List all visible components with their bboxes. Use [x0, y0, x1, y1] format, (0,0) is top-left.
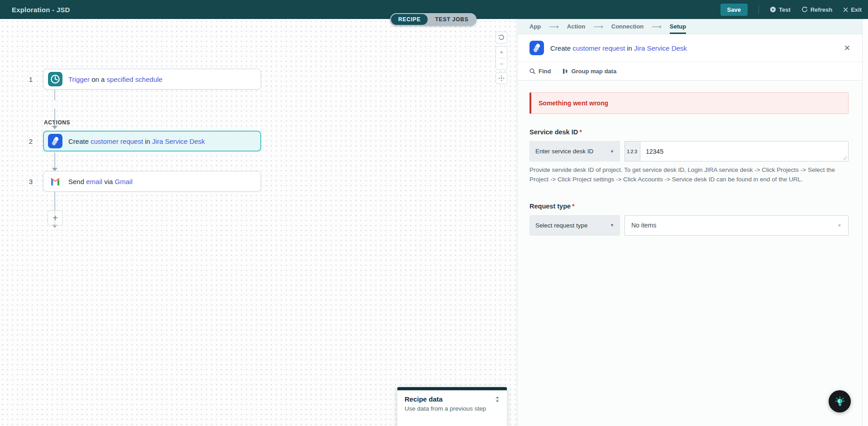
breadcrumb-setup[interactable]: Setup: [670, 19, 686, 34]
divider: [758, 5, 759, 14]
jira-service-desk-icon: [48, 134, 62, 148]
scrollbar-rail[interactable]: [862, 19, 868, 426]
clock-icon: [48, 72, 62, 86]
zoom-out-button[interactable]: −: [496, 58, 507, 70]
required-asterisk: *: [579, 128, 582, 136]
group-map-data-label: Group map data: [571, 68, 616, 75]
fit-icon: [498, 75, 505, 81]
select-value: No items: [631, 222, 656, 229]
chevron-down-icon: ▼: [610, 149, 614, 154]
service-desk-id-label: Service desk ID*: [529, 128, 849, 136]
zoom-control: + −: [496, 46, 507, 70]
step-number: 3: [23, 178, 33, 185]
arrow-right-icon: ⟶: [549, 23, 559, 31]
recipe-tab-switch: RECIPE TEST JOBS: [390, 13, 477, 26]
find-button[interactable]: Find: [529, 68, 551, 75]
exit-button[interactable]: Exit: [843, 6, 862, 13]
zoom-in-button[interactable]: +: [496, 47, 507, 58]
test-button[interactable]: Test: [770, 6, 791, 13]
refresh-icon: [801, 6, 808, 13]
connector-line: [54, 152, 55, 169]
close-icon: [843, 7, 848, 12]
group-map-data-button[interactable]: Group map data: [563, 68, 616, 75]
recipe-data-panel[interactable]: Recipe data Use data from a previous ste…: [397, 387, 507, 426]
arrow-right-icon: ⟶: [652, 23, 662, 31]
panel-step-title: Create customer request in Jira Service …: [550, 44, 687, 52]
fit-to-screen-button[interactable]: [496, 72, 507, 84]
connector-line: [54, 109, 55, 126]
resize-handle-icon[interactable]: [495, 397, 500, 402]
request-type-mode-dropdown[interactable]: Select request type ▼: [529, 215, 620, 236]
close-panel-button[interactable]: ✕: [842, 42, 852, 55]
recipe-canvas[interactable]: RECIPE TEST JOBS TRIGGER 1 Trigger on a …: [0, 19, 517, 426]
step-trigger-card[interactable]: Trigger on a specified schedule: [43, 69, 261, 90]
search-icon: [529, 68, 535, 74]
config-breadcrumb: App ⟶ Action ⟶ Connection ⟶ Setup: [518, 19, 862, 34]
step-number: 1: [23, 76, 33, 83]
assistant-lightbulb-button[interactable]: [829, 390, 851, 412]
exit-label: Exit: [851, 6, 862, 13]
step-gmail-card[interactable]: Send email via Gmail: [43, 171, 261, 192]
jira-service-desk-icon: [529, 41, 544, 55]
request-type-label: Request type*: [529, 203, 849, 210]
actions-section-label: ACTIONS: [44, 119, 70, 126]
connector-arrowhead: [52, 126, 57, 129]
add-step-button[interactable]: +: [48, 210, 63, 226]
connector-line: [54, 90, 55, 100]
dropdown-value: Select request type: [535, 222, 588, 229]
reset-icon: [498, 34, 505, 41]
save-button[interactable]: Save: [720, 4, 748, 16]
lightbulb-icon: [834, 395, 846, 408]
gmail-icon: [48, 174, 62, 189]
dropdown-value: Enter service desk ID: [535, 148, 593, 155]
refresh-button[interactable]: Refresh: [801, 6, 832, 13]
find-label: Find: [539, 68, 551, 75]
request-type-select[interactable]: No items ▼: [625, 215, 849, 236]
reset-view-button[interactable]: [496, 32, 507, 43]
arrow-right-icon: ⟶: [593, 23, 603, 31]
service-desk-id-mode-dropdown[interactable]: Enter service desk ID ▼: [529, 141, 620, 161]
chevron-down-icon: ▼: [610, 223, 614, 227]
refresh-label: Refresh: [811, 6, 832, 13]
panel-title-row: Create customer request in Jira Service …: [518, 34, 862, 62]
step-description: Send email via Gmail: [68, 178, 133, 185]
recipe-title: Exploration - JSD: [12, 6, 70, 14]
breadcrumb-action[interactable]: Action: [567, 19, 585, 34]
tab-recipe[interactable]: RECIPE: [391, 14, 428, 25]
required-asterisk: *: [572, 203, 575, 210]
recipe-data-header-bar: [397, 387, 507, 390]
tab-test-jobs[interactable]: TEST JOBS: [428, 14, 476, 25]
step-description: Create customer request in Jira Service …: [68, 137, 205, 145]
recipe-data-title: Recipe data: [405, 395, 443, 403]
breadcrumb-connection[interactable]: Connection: [611, 19, 644, 34]
breadcrumb-app[interactable]: App: [529, 19, 541, 34]
group-columns-icon: [563, 68, 568, 74]
step-config-panel: App ⟶ Action ⟶ Connection ⟶ Setup Create…: [518, 19, 862, 426]
chevron-down-icon: ▼: [837, 223, 842, 228]
number-type-badge: 123: [625, 141, 640, 161]
error-banner: Something went wrong: [529, 92, 849, 114]
step-number: 2: [23, 137, 33, 145]
test-label: Test: [779, 6, 791, 13]
service-desk-id-help: Provide servide desk ID of project. To g…: [529, 166, 849, 185]
recipe-data-subtitle: Use data from a previous step: [405, 405, 500, 412]
step-jira-card[interactable]: Create customer request in Jira Service …: [43, 131, 261, 151]
step-description: Trigger on a specified schedule: [68, 76, 162, 83]
panel-toolbar: Find Group map data: [518, 62, 862, 80]
error-message: Something went wrong: [539, 99, 841, 107]
service-desk-id-input[interactable]: [640, 141, 849, 161]
play-circle-icon: [770, 6, 776, 13]
